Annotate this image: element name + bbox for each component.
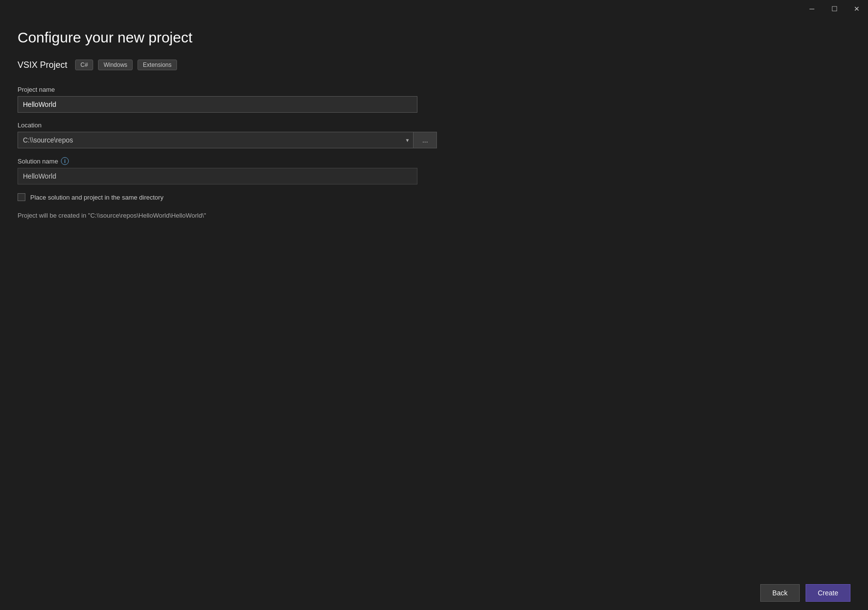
location-label: Location xyxy=(18,122,437,129)
form-section: Project name Location C:\\source\repos ▼… xyxy=(18,86,437,219)
same-directory-label[interactable]: Place solution and project in the same d… xyxy=(30,194,163,201)
location-select-wrapper: C:\\source\repos ▼ xyxy=(18,132,414,148)
location-select[interactable]: C:\\source\repos xyxy=(18,132,414,148)
project-path-info: Project will be created in "C:\\source\r… xyxy=(18,212,437,219)
solution-name-input[interactable] xyxy=(18,168,417,184)
maximize-button[interactable]: ☐ xyxy=(823,0,846,18)
tag-extensions: Extensions xyxy=(138,60,177,70)
close-button[interactable]: ✕ xyxy=(846,0,868,18)
page-title: Configure your new project xyxy=(18,29,850,46)
location-row: C:\\source\repos ▼ ... xyxy=(18,132,437,148)
tag-windows: Windows xyxy=(98,60,133,70)
title-bar: ─ ☐ ✕ xyxy=(801,0,868,18)
same-directory-row: Place solution and project in the same d… xyxy=(18,193,437,201)
back-button[interactable]: Back xyxy=(760,584,800,602)
project-name-input[interactable] xyxy=(18,96,417,113)
project-name-label: Project name xyxy=(18,86,437,93)
solution-name-label: Solution name i xyxy=(18,157,437,165)
same-directory-checkbox[interactable] xyxy=(18,193,25,201)
create-button[interactable]: Create xyxy=(806,584,850,602)
tag-csharp: C# xyxy=(75,60,93,70)
main-content: Configure your new project VSIX Project … xyxy=(18,20,850,592)
solution-name-info-icon[interactable]: i xyxy=(61,157,69,165)
project-type-label: VSIX Project xyxy=(18,60,67,70)
bottom-bar: Back Create xyxy=(0,576,868,610)
project-type-row: VSIX Project C# Windows Extensions xyxy=(18,60,850,70)
browse-button[interactable]: ... xyxy=(414,132,437,148)
minimize-button[interactable]: ─ xyxy=(801,0,823,18)
